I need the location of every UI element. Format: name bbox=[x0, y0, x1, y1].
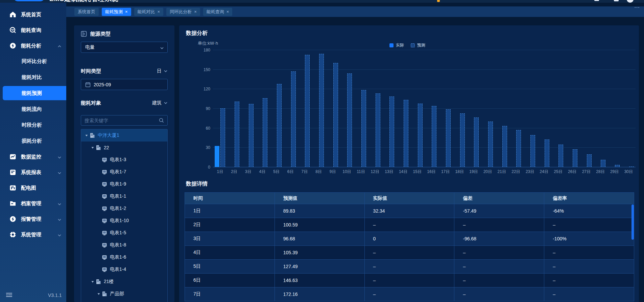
table-row[interactable]: 7日172.16––– bbox=[185, 287, 634, 301]
close-icon[interactable]: × bbox=[158, 9, 160, 14]
sidebar-subitem-能耗对比[interactable]: 能耗对比 bbox=[0, 69, 66, 85]
bar-group-27日[interactable] bbox=[579, 50, 593, 167]
object-mode-select[interactable]: 建筑 bbox=[152, 100, 168, 106]
sidebar-subitem-损耗分析[interactable]: 损耗分析 bbox=[0, 133, 66, 149]
bar-group-22日[interactable] bbox=[509, 50, 523, 167]
tree-node-电表1-7[interactable]: 电表1-7 bbox=[81, 166, 167, 178]
tree-node-电表1-10[interactable]: 电表1-10 bbox=[81, 215, 167, 227]
energy-type-select[interactable]: 电量 bbox=[81, 42, 168, 53]
tree-node-电表1-9[interactable]: 电表1-9 bbox=[81, 178, 167, 190]
x-axis-tick: 21日 bbox=[495, 169, 509, 175]
bar-group-15日[interactable] bbox=[410, 50, 424, 167]
legend-item-预测[interactable]: 预测 bbox=[411, 42, 425, 48]
tab-能耗对比[interactable]: 能耗对比× bbox=[134, 8, 164, 16]
table-row[interactable]: 6日146.63––– bbox=[185, 274, 634, 287]
bar-group-9日[interactable] bbox=[326, 50, 340, 167]
bar-group-18日[interactable] bbox=[452, 50, 467, 167]
sidebar-item-系统报表[interactable]: 系统报表 bbox=[0, 165, 66, 180]
bar-group-4日[interactable] bbox=[255, 50, 269, 167]
bar-group-5日[interactable] bbox=[269, 50, 284, 167]
bar-group-25日[interactable] bbox=[551, 50, 565, 167]
table-row[interactable]: 5日127.49––– bbox=[185, 260, 634, 274]
tree-node-电表1-2[interactable]: 电表1-2 bbox=[81, 202, 167, 215]
tab-overflow-button[interactable]: ⋯ bbox=[634, 4, 640, 10]
fullscreen-icon[interactable] bbox=[594, 0, 599, 1]
bar-group-29日[interactable] bbox=[607, 50, 622, 167]
bar-group-20日[interactable] bbox=[481, 50, 495, 167]
legend-item-实际[interactable]: 实际 bbox=[389, 42, 404, 48]
bar-group-23日[interactable] bbox=[523, 50, 537, 167]
bar-group-7日[interactable] bbox=[297, 50, 312, 167]
bar-group-6日[interactable] bbox=[283, 50, 297, 167]
tree-node-电表1-3[interactable]: 电表1-3 bbox=[81, 154, 167, 166]
bar-group-26日[interactable] bbox=[565, 50, 579, 167]
date-picker[interactable]: 2025-09 bbox=[81, 79, 168, 90]
search-input[interactable] bbox=[85, 118, 156, 123]
menu-fold-icon[interactable] bbox=[6, 293, 12, 297]
tree-node-label: 产品部 bbox=[110, 291, 124, 297]
bar-group-28日[interactable] bbox=[593, 50, 607, 167]
sidebar-item-档案管理[interactable]: 档案管理 bbox=[0, 196, 66, 211]
caret-down-icon[interactable] bbox=[84, 134, 89, 137]
bar-group-2日[interactable] bbox=[227, 50, 241, 167]
close-icon[interactable]: × bbox=[226, 9, 229, 14]
panel-collapse-icon[interactable] bbox=[81, 31, 87, 37]
bar-group-13日[interactable] bbox=[382, 50, 396, 167]
table-row[interactable]: 1日89.8332.34-57.49-64% bbox=[185, 204, 634, 218]
bar-group-11日[interactable] bbox=[354, 50, 368, 167]
tab-系统首页[interactable]: 系统首页 bbox=[74, 8, 99, 16]
avatar[interactable] bbox=[627, 0, 634, 3]
bar-group-19日[interactable] bbox=[467, 50, 481, 167]
meter-icon bbox=[101, 266, 108, 273]
tree-node-电表1-6[interactable]: 电表1-6 bbox=[81, 251, 167, 263]
tree-node-中洋大厦1[interactable]: 中洋大厦1 bbox=[81, 129, 167, 142]
tab-能耗预测[interactable]: 能耗预测× bbox=[102, 8, 131, 16]
bar-group-24日[interactable] bbox=[537, 50, 551, 167]
table-row[interactable]: 3日96.680-96.68-100% bbox=[185, 232, 634, 246]
bar-group-12日[interactable] bbox=[368, 50, 382, 167]
sidebar-subitem-能耗预测[interactable]: 能耗预测 bbox=[3, 86, 66, 100]
tree-node-电表1-4[interactable]: 电表1-4 bbox=[81, 263, 167, 276]
bar-group-21日[interactable] bbox=[495, 50, 509, 167]
sidebar-subitem-能耗流向[interactable]: 能耗流向 bbox=[0, 101, 66, 117]
bar-group-1日[interactable] bbox=[213, 50, 227, 167]
close-icon[interactable]: × bbox=[194, 9, 197, 14]
sidebar-item-系统首页[interactable]: 系统首页 bbox=[0, 7, 66, 22]
sidebar-item-能耗查询[interactable]: 能耗查询 bbox=[0, 22, 66, 38]
time-mode-select[interactable]: 日 bbox=[157, 68, 168, 74]
sidebar-subitem-时段分析[interactable]: 时段分析 bbox=[0, 117, 66, 133]
bar-group-8日[interactable] bbox=[312, 50, 326, 167]
sidebar-item-配电图[interactable]: 配电图 bbox=[0, 180, 66, 196]
tree-node-黄荣区域电表1[interactable]: 黄荣区域电表1 bbox=[81, 300, 167, 302]
bar-group-3日[interactable] bbox=[241, 50, 255, 167]
tree-node-产品部[interactable]: 产品部 bbox=[81, 288, 167, 300]
bar-group-10日[interactable] bbox=[340, 50, 354, 167]
bar-group-17日[interactable] bbox=[438, 50, 453, 167]
sidebar-item-能耗分析[interactable]: 能耗分析 bbox=[0, 38, 66, 53]
caret-down-icon[interactable] bbox=[90, 280, 95, 283]
bar-group-16日[interactable] bbox=[424, 50, 438, 167]
sidebar-item-数据监控[interactable]: 数据监控 bbox=[0, 149, 66, 165]
bar-group-30日[interactable] bbox=[621, 50, 636, 167]
tree-node-电表1-8[interactable]: 电表1-8 bbox=[81, 239, 167, 251]
caret-down-icon[interactable] bbox=[96, 292, 101, 296]
tab-同环比分析[interactable]: 同环比分析× bbox=[166, 8, 200, 16]
table-scrollbar[interactable] bbox=[631, 204, 634, 240]
table-row[interactable]: 4日105.39––– bbox=[185, 246, 634, 260]
caret-down-icon[interactable] bbox=[90, 146, 95, 149]
notification-icon[interactable] bbox=[614, 0, 619, 1]
bar-group-14日[interactable] bbox=[396, 50, 410, 167]
sidebar-item-报警管理[interactable]: 报警管理 bbox=[0, 211, 66, 227]
sidebar-item-label: 配电图 bbox=[21, 185, 36, 191]
tree-node-21楼[interactable]: 21楼 bbox=[81, 276, 167, 288]
x-axis-tick: 1日 bbox=[213, 169, 227, 175]
search-icon[interactable] bbox=[159, 118, 164, 123]
sidebar-item-系统管理[interactable]: 系统管理 bbox=[0, 227, 66, 242]
close-icon[interactable]: × bbox=[125, 9, 128, 14]
tree-node-22[interactable]: 22 bbox=[81, 142, 167, 154]
table-row[interactable]: 2日100.59––– bbox=[185, 218, 634, 232]
tab-能耗查询[interactable]: 能耗查询× bbox=[203, 8, 233, 16]
tree-node-电表1-1[interactable]: 电表1-1 bbox=[81, 190, 167, 202]
sidebar-subitem-同环比分析[interactable]: 同环比分析 bbox=[0, 53, 66, 69]
tree-node-电表1-5[interactable]: 电表1-5 bbox=[81, 227, 167, 239]
